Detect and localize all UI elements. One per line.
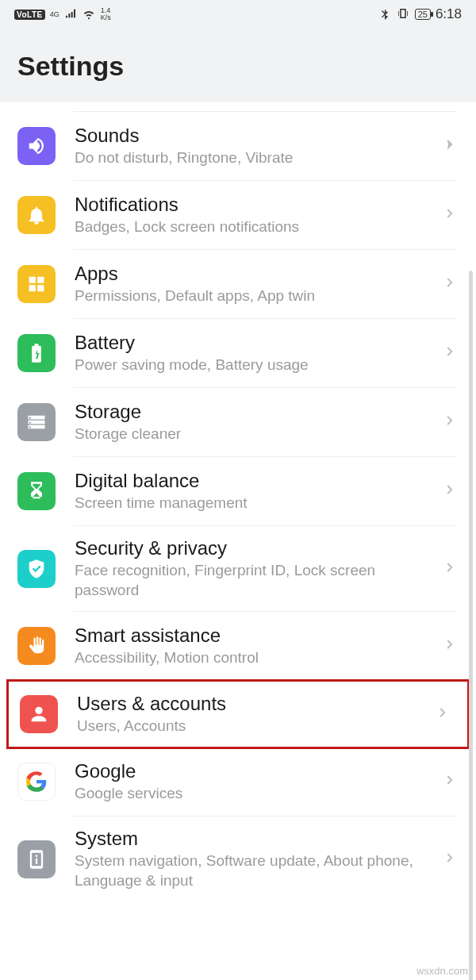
item-subtitle: Badges, Lock screen notifications — [75, 217, 436, 237]
hand-icon — [17, 627, 56, 665]
apps-icon — [17, 265, 56, 303]
highlight-box: Users & accounts Users, Accounts — [6, 679, 470, 749]
chevron-right-icon — [443, 137, 457, 155]
bluetooth-icon — [378, 7, 391, 22]
settings-item-notifications[interactable]: Notifications Badges, Lock screen notifi… — [0, 181, 476, 249]
item-title: Notifications — [75, 194, 436, 216]
chevron-right-icon — [443, 560, 457, 578]
battery-icon — [17, 334, 56, 372]
settings-item-system[interactable]: System System navigation, Software updat… — [0, 817, 476, 901]
settings-header: Settings — [0, 29, 476, 102]
clock: 6:18 — [436, 6, 462, 22]
item-subtitle: Google services — [75, 784, 436, 804]
chevron-right-icon — [443, 851, 457, 868]
item-title: Users & accounts — [77, 693, 429, 715]
item-subtitle: Storage cleaner — [75, 425, 436, 444]
chevron-right-icon — [436, 705, 450, 723]
item-title: Battery — [75, 332, 436, 354]
item-title: Sounds — [75, 125, 436, 147]
item-subtitle: System navigation, Software update, Abou… — [75, 851, 436, 890]
item-title: Security & privacy — [75, 537, 436, 559]
item-subtitle: Power saving mode, Battery usage — [75, 355, 436, 375]
chevron-right-icon — [443, 275, 457, 293]
watermark: wsxdn.com — [416, 965, 468, 977]
item-subtitle: Accessibility, Motion control — [75, 648, 436, 668]
volte-badge: VoLTE — [14, 10, 45, 20]
item-subtitle: Permissions, Default apps, App twin — [75, 286, 436, 306]
battery-indicator: 25 — [415, 9, 431, 20]
item-title: Digital balance — [75, 470, 436, 492]
item-title: Storage — [75, 401, 436, 423]
settings-item-security-privacy[interactable]: Security & privacy Face recognition, Fin… — [0, 526, 476, 611]
chevron-right-icon — [443, 344, 457, 362]
settings-item-storage[interactable]: Storage Storage cleaner — [0, 388, 476, 456]
sound-icon — [17, 127, 56, 165]
user-icon — [20, 695, 58, 733]
settings-item-smart-assistance[interactable]: Smart assistance Accessibility, Motion c… — [0, 612, 476, 680]
chevron-right-icon — [443, 773, 457, 790]
settings-item-battery[interactable]: Battery Power saving mode, Battery usage — [0, 319, 476, 387]
chevron-right-icon — [443, 413, 457, 431]
settings-item-digital-balance[interactable]: Digital balance Screen time management — [0, 457, 476, 525]
storage-icon — [17, 403, 56, 441]
vibrate-icon — [396, 6, 410, 23]
phone-info-icon — [17, 840, 56, 878]
google-icon — [17, 763, 56, 801]
item-title: Google — [75, 760, 436, 782]
item-subtitle: Users, Accounts — [77, 717, 429, 736]
chevron-right-icon — [443, 482, 457, 500]
item-subtitle: Screen time management — [75, 494, 436, 513]
signal-icon — [64, 7, 77, 22]
settings-list: Sounds Do not disturb, Ringtone, Vibrate… — [0, 112, 476, 902]
network-indicator: 4G — [50, 11, 60, 18]
partial-previous-row — [73, 102, 457, 112]
page-title: Settings — [17, 51, 459, 82]
item-title: Apps — [75, 263, 436, 285]
hourglass-icon — [17, 472, 56, 510]
scrollbar[interactable] — [469, 271, 473, 980]
item-title: Smart assistance — [75, 625, 436, 647]
item-title: System — [75, 828, 436, 850]
item-subtitle: Face recognition, Fingerprint ID, Lock s… — [75, 561, 436, 600]
shield-icon — [17, 550, 56, 588]
chevron-right-icon — [443, 206, 457, 224]
bell-icon — [17, 196, 56, 234]
settings-item-sounds[interactable]: Sounds Do not disturb, Ringtone, Vibrate — [0, 112, 476, 180]
wifi-icon — [82, 6, 96, 23]
data-speed: 1.4 K/s — [101, 7, 111, 21]
settings-item-users-accounts[interactable]: Users & accounts Users, Accounts — [20, 691, 456, 737]
status-bar: VoLTE 4G 1.4 K/s 25 6:18 — [0, 0, 476, 29]
settings-item-google[interactable]: Google Google services — [0, 747, 476, 816]
chevron-right-icon — [443, 637, 457, 655]
settings-item-apps[interactable]: Apps Permissions, Default apps, App twin — [0, 250, 476, 318]
item-subtitle: Do not disturb, Ringtone, Vibrate — [75, 148, 436, 168]
